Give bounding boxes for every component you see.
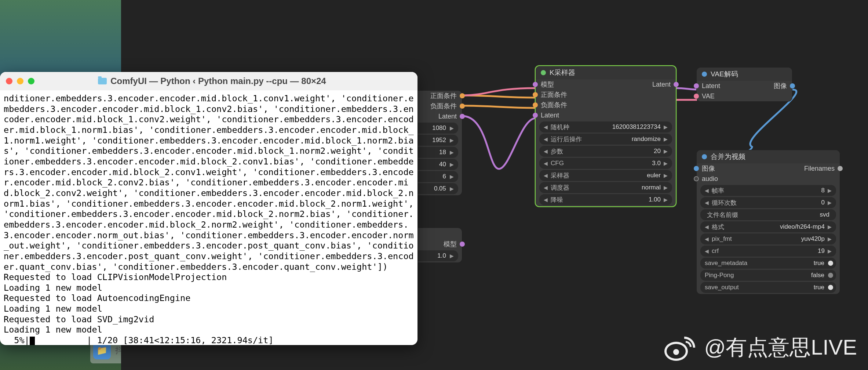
ksampler-title: K采样器 [550,68,575,77]
arrow-left-icon[interactable]: ◀ [703,236,710,242]
vae-vae-row: VAE [697,91,792,101]
terminal-body[interactable]: nditioner.embedders.3.encoder.encoder.mi… [0,90,417,345]
ksampler-widget-1[interactable]: ◀运行后操作randomize▶ [539,134,672,145]
toggle-icon[interactable] [828,285,833,290]
arrow-right-icon[interactable]: ▶ [446,137,455,143]
port-positive-in[interactable] [533,92,538,97]
port-negative-in[interactable] [533,102,538,108]
traffic-lights [6,78,34,84]
widget-40[interactable]: 40▶ [418,159,458,170]
arrow-right-icon[interactable]: ▶ [826,224,833,230]
vc-widget-0[interactable]: ◀帧率8▶ [700,185,836,196]
partial-node-top[interactable]: 正面条件 负面条件 Latent 1080▶ 1952▶ 18▶ 40▶ 6▶ … [417,90,462,196]
arrow-right-icon[interactable]: ▶ [662,148,669,154]
input-latent: Latent [536,110,676,120]
arrow-right-icon[interactable]: ▶ [662,173,669,178]
port-image-in[interactable] [694,166,699,171]
widget-10[interactable]: 1.0▶ [418,250,458,261]
arrow-right-icon[interactable]: ▶ [826,200,833,206]
arrow-right-icon[interactable]: ▶ [826,236,833,242]
terminal-window[interactable]: ComfyUI — Python ‹ Python main.py --cpu … [0,72,417,345]
arrow-right-icon[interactable]: ▶ [662,197,669,203]
ksampler-widget-2[interactable]: ◀步数20▶ [539,146,672,157]
ksampler-header[interactable]: K采样器 [536,66,676,79]
port-latent-out[interactable] [674,82,679,87]
toggle-icon[interactable] [828,273,833,278]
toggle-icon[interactable] [828,261,833,266]
arrow-left-icon[interactable]: ◀ [542,173,549,178]
arrow-right-icon[interactable]: ▶ [446,162,455,167]
port-latent-in[interactable] [533,113,538,118]
vc-widget-5[interactable]: ◀crf19▶ [700,246,836,257]
folder-icon [98,78,107,84]
video-combine-node[interactable]: 合并为视频 图像 Filenames audio ◀帧率8▶◀循环次数0▶文件名… [696,150,840,294]
arrow-left-icon[interactable]: ◀ [703,224,710,230]
arrow-left-icon[interactable]: ◀ [703,248,710,254]
vae-decode-header[interactable]: VAE解码 [697,68,792,81]
status-dot-icon [702,154,707,159]
arrow-right-icon[interactable]: ▶ [826,188,833,193]
arrow-left-icon[interactable]: ◀ [703,200,710,206]
arrow-right-icon[interactable]: ▶ [446,174,455,179]
vc-filenames-out: Filenames [804,165,835,173]
arrow-right-icon[interactable]: ▶ [446,149,455,155]
port-model-in[interactable] [533,82,538,87]
ksampler-widget-5[interactable]: ◀调度器normal▶ [539,182,672,193]
vc-widget-7[interactable]: Ping-Pongfalse [700,270,836,281]
arrow-left-icon[interactable]: ◀ [542,160,549,166]
port-vae-in[interactable] [694,94,699,99]
output-latent-partial: Latent [418,111,462,121]
arrow-right-icon[interactable]: ▶ [662,160,669,166]
arrow-left-icon[interactable]: ◀ [542,148,549,154]
arrow-right-icon[interactable]: ▶ [662,136,669,142]
port-model[interactable] [460,242,465,247]
port-image-out[interactable] [790,83,795,88]
maximize-icon[interactable] [28,78,34,84]
arrow-right-icon[interactable]: ▶ [446,125,455,131]
port-latent-in[interactable] [694,83,699,88]
vc-audio-row: audio [697,174,840,184]
vc-widget-1[interactable]: ◀循环次数0▶ [700,197,836,208]
vae-image-out-label: 图像 [774,81,787,90]
vc-widget-8[interactable]: save_outputtrue [700,282,836,293]
output-negative: 负面条件 [418,101,462,111]
arrow-right-icon[interactable]: ▶ [662,124,669,130]
arrow-right-icon[interactable]: ▶ [446,186,455,192]
ksampler-widget-0[interactable]: ◀随机种16200381223734▶ [539,121,672,133]
widget-1952[interactable]: 1952▶ [418,135,458,146]
output-positive: 正面条件 [418,91,462,101]
vc-widget-6[interactable]: save_metadatatrue [700,258,836,269]
terminal-titlebar[interactable]: ComfyUI — Python ‹ Python main.py --cpu … [0,72,417,90]
vc-widget-2[interactable]: 文件名前缀svd [700,209,836,220]
arrow-left-icon[interactable]: ◀ [542,185,549,191]
video-combine-title: 合并为视频 [711,152,745,162]
arrow-right-icon[interactable]: ▶ [826,248,833,254]
arrow-left-icon[interactable]: ◀ [542,197,549,203]
arrow-left-icon[interactable]: ◀ [703,188,710,193]
port-audio-in[interactable] [694,176,699,181]
video-combine-header[interactable]: 合并为视频 [697,150,840,163]
port-negative[interactable] [460,104,465,109]
input-model: 模型 Latent [536,79,676,90]
ksampler-widget-3[interactable]: ◀CFG3.0▶ [539,158,672,169]
ksampler-widget-6[interactable]: ◀降噪1.00▶ [539,194,672,205]
partial-node-bottom[interactable]: 模型 1.0▶ [417,228,462,263]
port-filenames-out[interactable] [838,166,843,171]
port-positive[interactable] [460,93,465,98]
minimize-icon[interactable] [17,78,23,84]
ksampler-node[interactable]: K采样器 模型 Latent 正面条件 负面条件 Latent ◀随机种1620… [535,65,676,207]
arrow-right-icon[interactable]: ▶ [662,185,669,191]
widget-005[interactable]: 0.05▶ [418,183,458,194]
arrow-right-icon[interactable]: ▶ [446,253,455,259]
widget-1080[interactable]: 1080▶ [418,123,458,134]
vc-widget-4[interactable]: ◀pix_fmtyuv420p▶ [700,233,836,244]
vae-decode-node[interactable]: VAE解码 Latent 图像 VAE [696,67,792,102]
port-latent[interactable] [460,114,465,119]
ksampler-widget-4[interactable]: ◀采样器euler▶ [539,170,672,181]
widget-18[interactable]: 18▶ [418,147,458,158]
arrow-left-icon[interactable]: ◀ [542,136,549,142]
close-icon[interactable] [6,78,12,84]
vc-widget-3[interactable]: ◀格式video/h264-mp4▶ [700,221,836,232]
arrow-left-icon[interactable]: ◀ [542,124,549,130]
widget-6[interactable]: 6▶ [418,171,458,182]
